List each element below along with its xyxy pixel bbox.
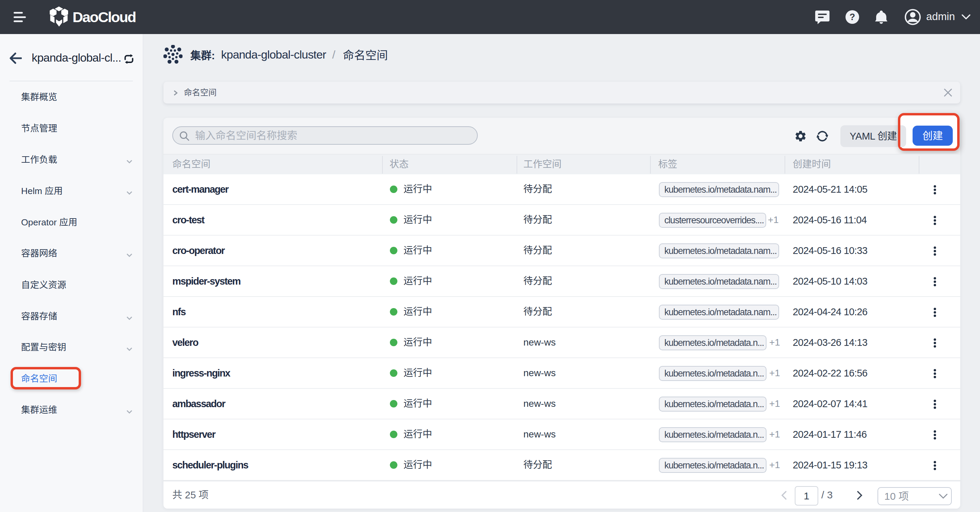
svg-text:?: ? — [850, 12, 855, 22]
